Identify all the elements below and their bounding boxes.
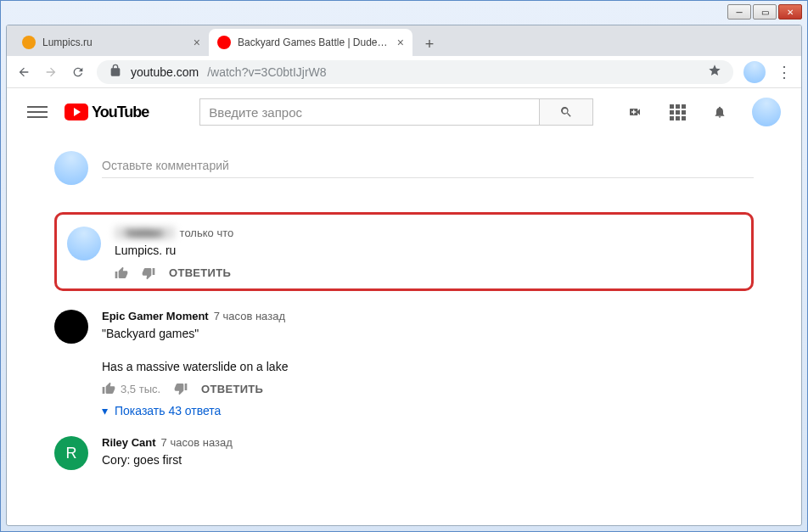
address-bar: youtube.com/watch?v=3C0btIJjrW8 ⋮ bbox=[7, 56, 801, 88]
comment-author[interactable]: Riley Cant bbox=[102, 436, 156, 449]
window-frame: ─ ▭ ✕ Lumpics.ru × Backyard Games Battle… bbox=[0, 0, 808, 532]
menu-button[interactable] bbox=[27, 103, 48, 121]
like-button[interactable]: 3,5 тыс. bbox=[102, 382, 160, 395]
show-replies-button[interactable]: ▾ Показать 43 ответа bbox=[102, 404, 754, 417]
comment-text: "Backyard games" Has a massive waterslid… bbox=[102, 326, 754, 376]
youtube-brand-text: YouTube bbox=[92, 104, 149, 121]
youtube-play-icon bbox=[65, 104, 88, 120]
like-button[interactable] bbox=[115, 266, 128, 280]
browser-chrome: Lumpics.ru × Backyard Games Battle | Dud… bbox=[6, 25, 802, 526]
commenter-avatar[interactable] bbox=[54, 310, 88, 344]
replies-toggle-label: Показать 43 ответа bbox=[115, 404, 221, 417]
profile-avatar[interactable] bbox=[743, 61, 766, 83]
maximize-button[interactable]: ▭ bbox=[753, 4, 777, 20]
tab-title: Backyard Games Battle | Dude Pe bbox=[238, 36, 390, 48]
thumb-down-icon bbox=[142, 266, 155, 280]
browser-menu-button[interactable]: ⋮ bbox=[776, 64, 793, 81]
avatar-letter: R bbox=[66, 445, 77, 462]
commenter-avatar[interactable]: R bbox=[54, 436, 88, 470]
reload-icon bbox=[71, 65, 85, 79]
arrow-left-icon bbox=[17, 65, 31, 79]
search-input[interactable]: Введите запрос bbox=[199, 98, 539, 126]
tab-strip: Lumpics.ru × Backyard Games Battle | Dud… bbox=[7, 25, 801, 56]
close-button[interactable]: ✕ bbox=[778, 4, 802, 20]
thumb-up-icon bbox=[102, 382, 115, 395]
reply-button[interactable]: ОТВЕТИТЬ bbox=[169, 266, 231, 279]
url-host: youtube.com bbox=[131, 65, 199, 79]
search-button[interactable] bbox=[539, 98, 593, 126]
notifications-button[interactable] bbox=[710, 102, 730, 122]
browser-tab-youtube[interactable]: Backyard Games Battle | Dude Pe × bbox=[209, 29, 412, 56]
dislike-button[interactable] bbox=[174, 382, 188, 395]
comment-text: Lumpics. ru bbox=[115, 243, 741, 260]
comment-author[interactable]: hidden bbox=[115, 227, 175, 239]
youtube-header: YouTube Введите запрос bbox=[7, 88, 801, 136]
back-button[interactable] bbox=[15, 64, 32, 81]
apps-button[interactable] bbox=[667, 102, 687, 122]
close-tab-icon[interactable]: × bbox=[194, 36, 200, 49]
url-path: /watch?v=3C0btIJjrW8 bbox=[207, 65, 326, 79]
titlebar: ─ ▭ ✕ bbox=[1, 1, 807, 25]
comment-time: 7 часов назад bbox=[214, 310, 285, 322]
like-count: 3,5 тыс. bbox=[121, 383, 160, 395]
comment-author[interactable]: Epic Gamer Moment bbox=[102, 310, 209, 322]
favicon-icon bbox=[22, 36, 36, 49]
arrow-right-icon bbox=[44, 65, 58, 79]
favicon-icon bbox=[217, 36, 231, 49]
thumb-up-icon bbox=[115, 266, 128, 280]
reload-button[interactable] bbox=[70, 64, 87, 81]
close-tab-icon[interactable]: × bbox=[397, 36, 404, 49]
comment-time: только что bbox=[180, 227, 234, 239]
comments-section: Оставьте комментарий hidden только что L… bbox=[7, 136, 801, 525]
comment-item: R Riley Cant 7 часов назад Cory: goes fi… bbox=[54, 436, 754, 473]
comment-item: Epic Gamer Moment 7 часов назад "Backyar… bbox=[54, 310, 754, 418]
add-comment-row: Оставьте комментарий bbox=[54, 144, 754, 197]
dislike-button[interactable] bbox=[142, 266, 155, 280]
comment-text: Cory: goes first bbox=[102, 452, 754, 469]
search-placeholder: Введите запрос bbox=[209, 105, 302, 120]
bell-icon bbox=[713, 105, 727, 119]
commenter-avatar[interactable] bbox=[67, 227, 101, 260]
comment-input[interactable]: Оставьте комментарий bbox=[102, 159, 754, 178]
comment-time: 7 часов назад bbox=[161, 436, 233, 449]
reply-button[interactable]: ОТВЕТИТЬ bbox=[201, 383, 263, 395]
browser-tab-lumpics[interactable]: Lumpics.ru × bbox=[14, 29, 209, 56]
youtube-logo[interactable]: YouTube bbox=[65, 104, 149, 121]
new-tab-button[interactable]: + bbox=[418, 32, 441, 56]
url-input[interactable]: youtube.com/watch?v=3C0btIJjrW8 bbox=[97, 60, 733, 84]
forward-button[interactable] bbox=[42, 64, 59, 81]
chevron-down-icon: ▾ bbox=[102, 404, 108, 417]
tab-title: Lumpics.ru bbox=[42, 36, 187, 48]
highlighted-comment: hidden только что Lumpics. ru ОТВЕТИТЬ bbox=[54, 212, 754, 291]
lock-icon bbox=[109, 64, 122, 80]
minimize-button[interactable]: ─ bbox=[727, 4, 751, 20]
video-camera-icon bbox=[628, 105, 642, 119]
create-video-button[interactable] bbox=[625, 102, 645, 122]
user-avatar[interactable] bbox=[752, 98, 781, 126]
bookmark-star-icon[interactable] bbox=[708, 64, 721, 80]
apps-grid-icon bbox=[670, 104, 686, 120]
comment-item: hidden только что Lumpics. ru ОТВЕТИТЬ bbox=[67, 227, 741, 280]
user-avatar-small bbox=[54, 151, 88, 185]
thumb-down-icon bbox=[174, 382, 188, 395]
search-icon bbox=[559, 105, 573, 119]
